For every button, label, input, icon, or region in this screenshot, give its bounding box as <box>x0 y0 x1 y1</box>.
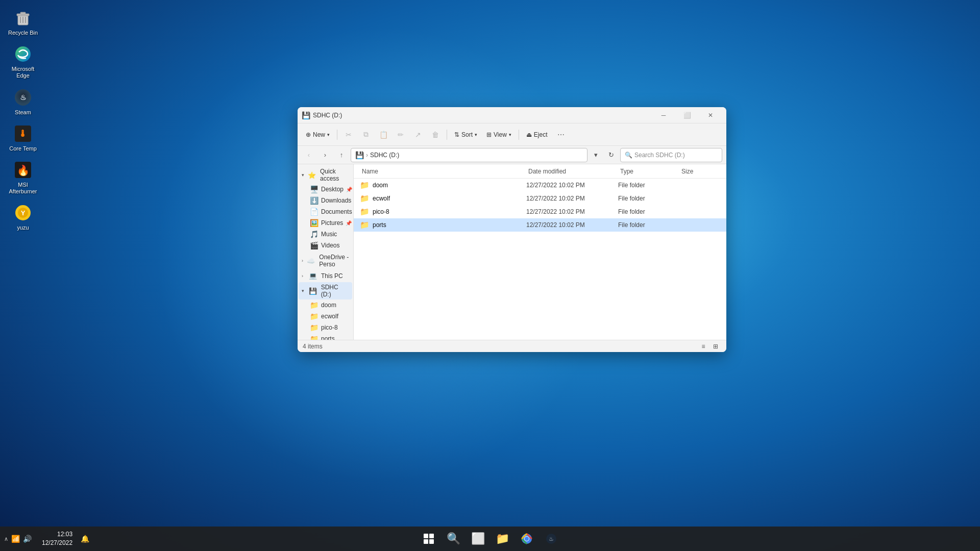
file-row-doom[interactable]: 📁 doom 12/27/2022 10:02 PM File folder <box>354 179 726 192</box>
quick-access-header[interactable]: ▾ ⭐ Quick access <box>299 166 352 184</box>
back-button[interactable]: ‹ <box>302 148 316 162</box>
details-view-button[interactable]: ≡ <box>698 341 709 352</box>
svg-rect-19 <box>429 539 434 544</box>
clock-date: 12/27/2022 <box>42 539 72 547</box>
sidebar-item-doom[interactable]: 📁 doom <box>299 299 352 311</box>
sidebar-item-videos[interactable]: 🎬 Videos <box>299 240 352 251</box>
paste-button[interactable]: 📋 <box>375 127 391 143</box>
delete-button[interactable]: 🗑 <box>427 127 444 143</box>
copy-button[interactable]: ⧉ <box>358 127 374 143</box>
sidebar-item-ports[interactable]: 📁 ports <box>299 333 352 340</box>
recycle-bin-icon[interactable]: Recycle Bin <box>5 5 41 39</box>
col-header-name[interactable]: Name <box>360 166 526 177</box>
title-bar: 💾 SDHC (D:) ─ ⬜ ✕ <box>298 107 726 123</box>
ecwolf-sidebar-icon: 📁 <box>310 312 318 320</box>
svg-rect-2 <box>20 12 26 14</box>
cut-button[interactable]: ✂ <box>340 127 357 143</box>
this-pc-label: This PC <box>321 272 343 280</box>
svg-rect-18 <box>424 539 428 544</box>
file-list: Name Date modified Type Size 📁 doom 12/2… <box>354 164 726 340</box>
toolbar-separator-3 <box>519 130 519 140</box>
search-box[interactable]: 🔍 Search SDHC (D:) <box>620 148 722 162</box>
window-icon: 💾 <box>302 111 310 119</box>
sort-chevron-icon: ▾ <box>475 132 477 137</box>
file-name-doom: 📁 doom <box>360 181 526 190</box>
desktop-folder-icon: 🖥️ <box>310 185 318 193</box>
file-explorer-taskbar-button[interactable]: 📁 <box>491 528 513 550</box>
sdhc-label: SDHC (D:) <box>321 284 349 298</box>
yuzu-icon[interactable]: Y yuzu <box>5 200 41 234</box>
sidebar-item-ecwolf[interactable]: 📁 ecwolf <box>299 311 352 322</box>
edge-icon[interactable]: Microsoft Edge <box>5 41 41 82</box>
up-button[interactable]: ↑ <box>334 148 349 162</box>
sidebar-item-downloads[interactable]: ⬇️ Downloads 📌 <box>299 195 352 206</box>
ports-date: 12/27/2022 10:02 PM <box>526 221 618 229</box>
file-row-ecwolf[interactable]: 📁 ecwolf 12/27/2022 10:02 PM File folder <box>354 192 726 205</box>
file-row-ports[interactable]: 📁 ports 12/27/2022 10:02 PM File folder <box>354 218 726 232</box>
onedrive-chevron-icon: › <box>302 258 305 263</box>
rename-button[interactable]: ✏ <box>393 127 409 143</box>
sidebar-item-pico8[interactable]: 📁 pico-8 <box>299 322 352 333</box>
file-row-pico8[interactable]: 📁 pico-8 12/27/2022 10:02 PM File folder <box>354 205 726 218</box>
sdhc-header[interactable]: ▾ 💾 SDHC (D:) <box>299 282 352 299</box>
more-options-button[interactable]: ⋯ <box>553 127 569 143</box>
notification-button[interactable]: 🔔 <box>79 533 91 545</box>
quick-access-icon: ⭐ <box>308 171 316 179</box>
file-explorer-window: 💾 SDHC (D:) ─ ⬜ ✕ ⊕ New ▾ ✂ ⧉ 📋 ✏ ↗ 🗑 <box>298 107 726 352</box>
search-button[interactable]: 🔍 <box>442 528 464 550</box>
chevron-up-icon[interactable]: ∧ <box>4 536 8 542</box>
close-button[interactable]: ✕ <box>699 107 722 123</box>
this-pc-header[interactable]: › 💻 This PC <box>299 270 352 281</box>
volume-icon[interactable]: 🔊 <box>23 535 32 543</box>
msi-afterburner-icon[interactable]: 🔥 MSI Afterburner <box>5 157 41 197</box>
coretemp-icon[interactable]: 🌡 Core Temp <box>5 121 41 155</box>
sidebar-item-pictures[interactable]: 🖼️ Pictures 📌 <box>299 217 352 229</box>
forward-button[interactable]: › <box>318 148 332 162</box>
taskbar-time-date[interactable]: 12:03 12/27/2022 <box>38 529 77 548</box>
sort-button[interactable]: ⇅ Sort ▾ <box>450 127 481 143</box>
ecwolf-folder-icon: 📁 <box>360 194 370 203</box>
task-view-button[interactable]: ⬜ <box>467 528 489 550</box>
ecwolf-type: File folder <box>618 195 679 202</box>
new-button[interactable]: ⊕ New ▾ <box>302 127 334 143</box>
steam-taskbar-button[interactable]: ♨ <box>540 528 562 550</box>
maximize-button[interactable]: ⬜ <box>675 107 699 123</box>
share-button[interactable]: ↗ <box>410 127 426 143</box>
steam-label: Steam <box>15 109 31 116</box>
sdhc-chevron-icon: ▾ <box>302 288 307 293</box>
address-bar: ‹ › ↑ 💾 › SDHC (D:) ▾ ↻ 🔍 Search SDHC (D… <box>298 146 726 164</box>
new-icon: ⊕ <box>306 131 311 138</box>
steam-icon[interactable]: ♨ Steam <box>5 85 41 118</box>
desktop: Recycle Bin Microsoft Edge <box>0 0 980 551</box>
pico8-sidebar-icon: 📁 <box>310 323 318 332</box>
chrome-taskbar-button[interactable] <box>516 528 538 550</box>
sidebar-item-documents[interactable]: 📄 Documents 📌 <box>299 206 352 217</box>
refresh-button[interactable]: ↻ <box>604 148 618 162</box>
this-pc-section: › 💻 This PC <box>298 270 353 281</box>
address-dropdown-button[interactable]: ▾ <box>590 148 602 162</box>
sidebar-item-desktop[interactable]: 🖥️ Desktop 📌 <box>299 184 352 195</box>
search-icon: 🔍 <box>625 152 632 159</box>
start-button[interactable] <box>418 528 440 550</box>
doom-type: File folder <box>618 182 679 189</box>
col-header-date[interactable]: Date modified <box>526 166 618 177</box>
svg-rect-16 <box>424 534 428 538</box>
sidebar: ▾ ⭐ Quick access 🖥️ Desktop 📌 ⬇️ Downloa… <box>298 164 354 340</box>
col-header-size[interactable]: Size <box>679 166 720 177</box>
downloads-folder-icon: ⬇️ <box>310 196 318 205</box>
col-header-type[interactable]: Type <box>618 166 679 177</box>
doom-folder-icon: 📁 <box>360 181 370 190</box>
onedrive-section: › ☁️ OneDrive - Perso <box>298 252 353 269</box>
large-icons-view-button[interactable]: ⊞ <box>710 341 721 352</box>
address-path[interactable]: 💾 › SDHC (D:) <box>351 148 587 162</box>
ports-sidebar-icon: 📁 <box>310 335 318 340</box>
sidebar-item-music[interactable]: 🎵 Music <box>299 229 352 240</box>
eject-button[interactable]: ⏏ Eject <box>522 127 552 143</box>
onedrive-header[interactable]: › ☁️ OneDrive - Perso <box>299 252 352 269</box>
search-placeholder: Search SDHC (D:) <box>634 152 685 159</box>
new-chevron-icon: ▾ <box>327 132 330 137</box>
minimize-button[interactable]: ─ <box>652 107 675 123</box>
recycle-bin-label: Recycle Bin <box>8 30 38 36</box>
view-button[interactable]: ⊞ View ▾ <box>482 127 516 143</box>
network-icon[interactable]: 📶 <box>11 535 20 543</box>
